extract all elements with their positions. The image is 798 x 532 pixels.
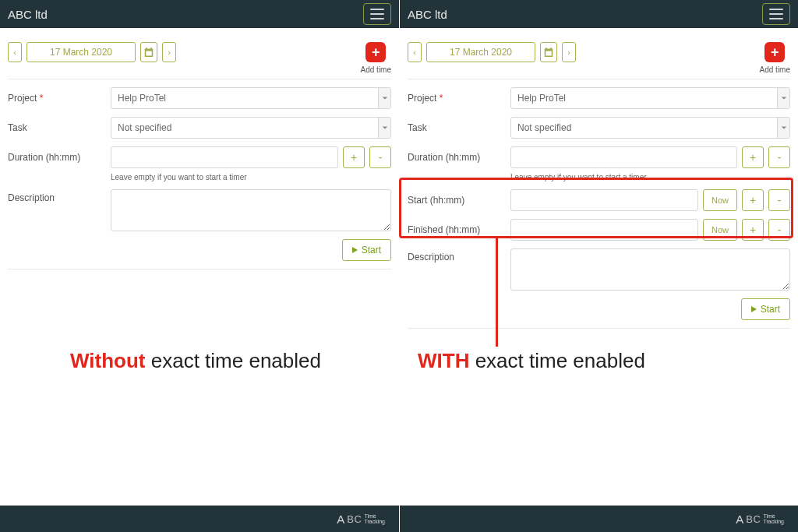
duration-minus-button[interactable]: - [768, 146, 790, 168]
divider [408, 328, 790, 329]
date-prev-button[interactable]: ‹ [408, 42, 422, 62]
play-icon [352, 247, 358, 253]
footer: ABC TimeTracking [400, 506, 798, 532]
duration-input[interactable] [510, 146, 737, 168]
caption-without: Without exact time enabled [70, 349, 321, 373]
finished-label: Finished (hh:mm) [408, 224, 510, 235]
task-select[interactable]: Not specified [111, 117, 391, 139]
divider [8, 269, 391, 270]
topbar: ABC ltd [0, 0, 399, 28]
finished-now-button[interactable]: Now [703, 219, 737, 241]
project-label: Project * [8, 93, 111, 104]
project-label: Project * [408, 93, 510, 104]
duration-minus-button[interactable]: - [369, 146, 391, 168]
duration-label: Duration (hh:mm) [8, 152, 111, 163]
start-input[interactable] [510, 189, 698, 211]
start-button[interactable]: Start [741, 298, 790, 320]
duration-plus-button[interactable]: + [742, 146, 764, 168]
finished-input[interactable] [510, 219, 698, 241]
play-icon [751, 306, 757, 312]
add-time-label: Add time [760, 65, 790, 74]
hamburger-menu-icon[interactable] [363, 3, 391, 25]
finished-minus-button[interactable]: - [768, 219, 790, 241]
brand: ABC ltd [8, 8, 48, 21]
hamburger-menu-icon[interactable] [762, 3, 790, 25]
panel-with-exact-time: ABC ltd ‹ 17 March 2020 › + Add time [399, 0, 798, 532]
task-label: Task [408, 122, 510, 133]
description-textarea[interactable] [510, 248, 790, 291]
project-select[interactable]: Help ProTel [510, 87, 790, 109]
brand: ABC ltd [408, 8, 447, 21]
start-plus-button[interactable]: + [742, 189, 764, 211]
topbar: ABC ltd [400, 0, 798, 28]
date-display[interactable]: 17 March 2020 [426, 42, 535, 62]
calendar-icon[interactable] [540, 42, 557, 62]
task-select[interactable]: Not specified [510, 117, 790, 139]
start-label: Start (hh:mm) [408, 195, 510, 206]
start-button[interactable]: Start [342, 239, 391, 261]
start-now-button[interactable]: Now [703, 189, 737, 211]
add-time-button[interactable]: + [365, 42, 386, 62]
date-display[interactable]: 17 March 2020 [26, 42, 136, 62]
description-label: Description [408, 248, 510, 262]
description-label: Description [8, 189, 111, 203]
footer-logo: ABC TimeTracking [736, 513, 784, 526]
start-minus-button[interactable]: - [768, 189, 790, 211]
date-next-button[interactable]: › [562, 42, 576, 62]
duration-label: Duration (hh:mm) [408, 152, 510, 163]
task-label: Task [8, 122, 111, 133]
footer: ABC TimeTracking [0, 506, 399, 532]
add-time-button[interactable]: + [764, 42, 785, 62]
panel-without-exact-time: ABC ltd ‹ 17 March 2020 › + Add time [0, 0, 399, 532]
description-textarea[interactable] [111, 189, 391, 231]
caption-with: WITH exact time enabled [418, 349, 645, 373]
calendar-icon[interactable] [140, 42, 157, 62]
footer-logo: ABC TimeTracking [337, 513, 385, 526]
finished-plus-button[interactable]: + [742, 219, 764, 241]
duration-input[interactable] [111, 146, 338, 168]
project-select[interactable]: Help ProTel [111, 87, 391, 109]
duration-hint: Leave empty if you want to start a timer [510, 173, 790, 181]
divider [8, 79, 391, 79]
divider [408, 79, 790, 79]
date-prev-button[interactable]: ‹ [8, 42, 22, 62]
duration-hint: Leave empty if you want to start a timer [111, 173, 391, 181]
add-time-label: Add time [361, 65, 391, 74]
duration-plus-button[interactable]: + [343, 146, 365, 168]
date-next-button[interactable]: › [162, 42, 176, 62]
